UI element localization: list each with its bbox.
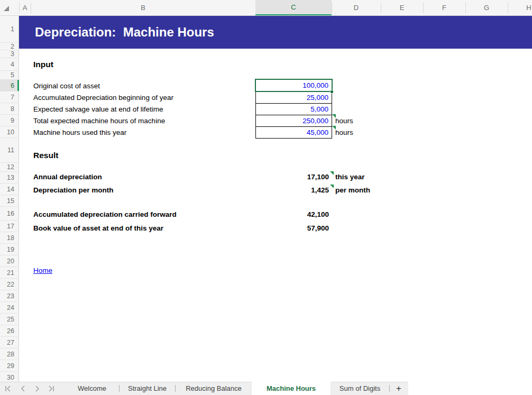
sheet-title: Depreciation: Machine Hours <box>19 25 214 40</box>
header-divider <box>423 3 424 13</box>
row-header-2[interactable]: 2 <box>0 43 19 50</box>
row-header-strip: 1 2 3 4 5 6 7 8 9 10 11 12 13 14 15 16 1… <box>0 16 19 382</box>
row-header-12[interactable]: 12 <box>0 163 19 172</box>
result-label-annual-depreciation[interactable]: Annual depreciation <box>33 173 102 181</box>
row-header-24[interactable]: 24 <box>0 302 19 314</box>
home-link[interactable]: Home <box>33 267 52 274</box>
row-header-11[interactable]: 11 <box>0 138 19 163</box>
cell-c10[interactable]: 45,000 <box>255 126 332 139</box>
comment-flag-icon <box>332 114 336 118</box>
input-label-hours-used[interactable]: Machine hours used this year <box>33 128 126 136</box>
row-header-26[interactable]: 26 <box>0 325 19 337</box>
row-header-18[interactable]: 18 <box>0 232 19 244</box>
result-label-book-value[interactable]: Book value of asset at end of this year <box>33 224 163 232</box>
result-value-book-value[interactable]: 57,900 <box>256 224 329 232</box>
row-header-14[interactable]: 14 <box>0 183 19 195</box>
input-label-original-cost[interactable]: Original cost of asset <box>33 82 100 90</box>
row-header-19[interactable]: 19 <box>0 244 19 255</box>
input-label-total-hours[interactable]: Total expected machine hours of machine <box>33 117 165 125</box>
row-header-23[interactable]: 23 <box>0 290 19 302</box>
row-header-13[interactable]: 13 <box>0 172 19 183</box>
cell-c9[interactable]: 250,000 <box>255 115 332 127</box>
comment-flag-icon <box>330 185 334 188</box>
row-header-17[interactable]: 17 <box>0 221 19 232</box>
row-header-7[interactable]: 7 <box>0 91 19 103</box>
row-header-21[interactable]: 21 <box>0 267 19 279</box>
column-header-a[interactable]: A <box>19 0 31 15</box>
result-value-annual-depreciation[interactable]: 17,100 <box>256 173 329 181</box>
next-sheet-button[interactable] <box>33 384 42 393</box>
row-header-3[interactable]: 3 <box>0 50 19 58</box>
column-header-strip: A B C D E F G H <box>0 0 532 16</box>
previous-sheet-button[interactable] <box>18 384 27 393</box>
result-label-depreciation-per-month[interactable]: Depreciation per month <box>33 186 114 194</box>
add-sheet-button[interactable]: + <box>389 382 408 395</box>
row-header-6-selected[interactable]: 6 <box>0 80 19 91</box>
input-label-salvage-value[interactable]: Expected salvage value at end of lifetim… <box>33 105 163 113</box>
worksheet-canvas: Depreciation: Machine Hours Input Origin… <box>19 16 532 382</box>
selection-fill-handle[interactable] <box>330 90 334 94</box>
first-sheet-button[interactable] <box>3 384 13 393</box>
row-header-29[interactable]: 29 <box>0 360 19 372</box>
row-header-1[interactable]: 1 <box>0 16 19 43</box>
selected-cell-c6[interactable]: 100,000 <box>255 79 333 92</box>
select-all-icon <box>4 6 9 11</box>
row-header-4[interactable]: 4 <box>0 58 19 71</box>
column-header-f[interactable]: F <box>423 0 465 15</box>
row-header-27[interactable]: 27 <box>0 337 19 348</box>
row-header-5[interactable]: 5 <box>0 71 19 80</box>
column-header-g[interactable]: G <box>465 0 508 15</box>
tab-straight-line[interactable]: Straight Line <box>120 382 175 395</box>
unit-hours-c10[interactable]: hours <box>335 128 353 136</box>
sheet-title-cell[interactable]: Depreciation: Machine Hours <box>19 16 532 49</box>
header-divider <box>31 3 31 13</box>
unit-hours-c9[interactable]: hours <box>335 117 353 125</box>
tab-reducing-balance[interactable]: Reducing Balance <box>176 382 252 395</box>
cell-c7[interactable]: 25,000 <box>255 91 332 104</box>
header-divider <box>508 3 508 13</box>
header-divider <box>465 3 466 13</box>
tab-welcome[interactable]: Welcome <box>65 382 119 395</box>
comment-flag-icon <box>332 126 336 130</box>
result-value-accum-carried-forward[interactable]: 42,100 <box>256 210 329 218</box>
sheet-tab-bar: Welcome Straight Line Reducing Balance M… <box>0 382 532 395</box>
header-divider <box>381 3 381 13</box>
tab-machine-hours-active[interactable]: Machine Hours <box>252 382 331 395</box>
column-header-h[interactable]: H <box>508 0 532 15</box>
row-header-22[interactable]: 22 <box>0 279 19 290</box>
result-unit-this-year[interactable]: this year <box>335 173 365 181</box>
result-label-accum-carried-forward[interactable]: Accumulated depreciation carried forward <box>33 210 177 218</box>
input-label-accum-depr[interactable]: Accumulated Depreciation beginning of ye… <box>33 94 173 102</box>
result-unit-per-month[interactable]: per month <box>335 186 370 194</box>
excel-window: A B C D E F G H 1 2 3 4 5 6 7 8 9 10 11 … <box>0 0 532 395</box>
column-header-c-selected[interactable]: C <box>255 0 332 15</box>
column-header-b[interactable]: B <box>31 0 255 15</box>
tab-sum-of-digits[interactable]: Sum of Digits <box>331 382 389 395</box>
row-header-8[interactable]: 8 <box>0 103 19 115</box>
header-divider <box>19 3 20 13</box>
cell-c8[interactable]: 5,000 <box>255 103 332 115</box>
row-header-15[interactable]: 15 <box>0 195 19 207</box>
column-header-e[interactable]: E <box>381 0 423 15</box>
row-header-16[interactable]: 16 <box>0 207 19 221</box>
column-header-d[interactable]: D <box>332 0 381 15</box>
row-header-20[interactable]: 20 <box>0 255 19 267</box>
result-heading[interactable]: Result <box>33 151 58 160</box>
header-divider <box>332 3 332 13</box>
last-sheet-button[interactable] <box>47 384 56 393</box>
comment-flag-icon <box>330 171 334 175</box>
row-header-28[interactable]: 28 <box>0 348 19 360</box>
input-heading[interactable]: Input <box>33 60 53 69</box>
row-header-10[interactable]: 10 <box>0 126 19 138</box>
row-header-9[interactable]: 9 <box>0 115 19 126</box>
select-all-corner[interactable] <box>0 0 19 15</box>
row-header-25[interactable]: 25 <box>0 314 19 325</box>
result-value-depreciation-per-month[interactable]: 1,425 <box>256 186 329 194</box>
